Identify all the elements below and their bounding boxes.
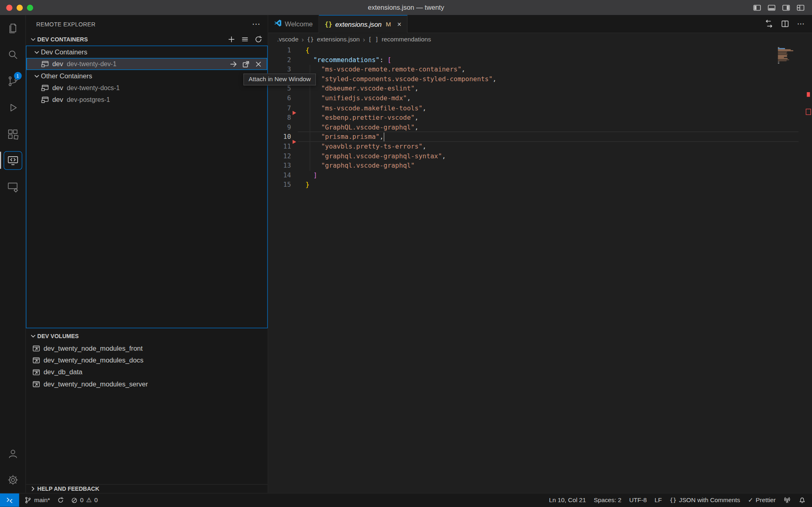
code-editor[interactable]: 123456789101112131415 { "recommendations…	[268, 45, 812, 493]
filter-button[interactable]	[241, 35, 249, 43]
notifications-status[interactable]	[799, 496, 806, 504]
breadcrumb-file[interactable]: extensions.json	[317, 36, 360, 43]
volume-item[interactable]: dev_twenty_node_modules_server	[26, 378, 268, 390]
indentation-status[interactable]: Spaces: 2	[594, 496, 621, 504]
encoding-status[interactable]: UTF-8	[629, 496, 647, 504]
minimize-window-button[interactable]	[17, 4, 23, 11]
titlebar: extensions.json — twenty	[0, 0, 812, 15]
code-line-11[interactable]: "yoavbls.pretty-ts-errors",	[306, 142, 812, 151]
vscode-logo-icon	[274, 19, 282, 28]
tree-item-dev-twenty-dev-1[interactable]: dev dev-twenty-dev-1	[26, 58, 267, 70]
section-dev-containers[interactable]: DEV CONTAINERS	[26, 33, 268, 46]
refresh-button[interactable]	[254, 35, 262, 43]
tree-item-description: dev-twenty-dev-1	[67, 60, 117, 68]
formatter-status[interactable]: ✓ Prettier	[748, 496, 776, 504]
minimap[interactable]	[778, 47, 803, 64]
close-tab-icon[interactable]: ×	[397, 20, 401, 28]
tree-item-dev-twenty-docs-1[interactable]: dev dev-twenty-docs-1	[26, 82, 267, 94]
activity-settings[interactable]	[0, 466, 26, 493]
volume-item[interactable]: dev_db_data	[26, 366, 268, 378]
code-line-12[interactable]: "graphql.vscode-graphql-syntax",	[306, 151, 812, 161]
git-branch-status[interactable]: main*	[24, 496, 50, 504]
tree-group-other-containers[interactable]: Other Containers	[26, 70, 267, 82]
activity-remote-explorer[interactable]	[0, 147, 26, 173]
code-line-9[interactable]: "GraphQL.vscode-graphql",	[306, 123, 812, 132]
editor-more-actions-icon[interactable]: ⋯	[797, 19, 805, 28]
tree-item-dev-postgres-1[interactable]: dev dev-postgres-1	[26, 94, 267, 106]
tree-group-dev-containers[interactable]: Dev Containers	[26, 46, 267, 58]
code-line-15[interactable]: }	[306, 180, 812, 190]
breadcrumb-symbol[interactable]: recommendations	[382, 36, 431, 43]
customize-layout-icon[interactable]	[797, 3, 805, 11]
editor-code[interactable]: { "recommendations": [ "ms-vscode-remote…	[297, 45, 812, 493]
toggle-secondary-sidebar-icon[interactable]	[782, 3, 790, 11]
volume-item[interactable]: dev_twenty_node_modules_docs	[26, 354, 268, 366]
tooltip-attach-in-new-window: Attach in New Window	[243, 73, 316, 85]
close-window-button[interactable]	[6, 4, 12, 11]
sync-status[interactable]	[57, 496, 64, 504]
activity-explorer[interactable]	[0, 15, 26, 41]
cursor-position-status[interactable]: Ln 10, Col 21	[549, 496, 586, 504]
search-icon	[6, 48, 19, 61]
add-container-button[interactable]	[227, 35, 235, 43]
dev-container-icon	[41, 95, 49, 104]
line-number: 5	[268, 84, 297, 94]
toggle-primary-sidebar-icon[interactable]	[753, 3, 761, 11]
attach-button[interactable]	[229, 60, 238, 68]
radio-tower-icon	[784, 496, 791, 504]
stop-container-button[interactable]	[254, 60, 262, 68]
activity-containers[interactable]	[0, 173, 26, 200]
line-number: 2	[268, 55, 297, 65]
section-help-feedback[interactable]: HELP AND FEEDBACK	[26, 484, 268, 493]
activity-run-debug[interactable]	[0, 94, 26, 121]
spaces: Spaces: 2	[594, 496, 621, 504]
code-line-6[interactable]: "unifiedjs.vscode-mdx",	[306, 94, 812, 104]
language-mode-status[interactable]: {} JSON with Comments	[669, 496, 740, 504]
sync-icon	[57, 496, 64, 504]
problems-status[interactable]: 0 ⚠ 0	[71, 496, 98, 504]
activity-extensions[interactable]	[0, 121, 26, 147]
code-line-14[interactable]: ]	[306, 171, 812, 181]
code-line-1[interactable]: {	[306, 45, 812, 55]
split-editor-icon[interactable]	[781, 19, 789, 28]
code-line-10[interactable]: "prisma.prisma",	[306, 132, 812, 142]
json-file-icon: {}	[325, 21, 332, 28]
settings-gear-icon	[6, 473, 19, 486]
volume-item[interactable]: dev_twenty_node_modules_front	[26, 342, 268, 354]
section-dev-volumes[interactable]: DEV VOLUMES	[26, 330, 268, 342]
chevron-down-icon	[29, 35, 37, 43]
code-line-8[interactable]: "esbenp.prettier-vscode",	[306, 113, 812, 123]
tree-item-label: dev	[52, 60, 63, 68]
sidebar-more-actions-icon[interactable]: ⋯	[252, 19, 261, 29]
activity-search[interactable]	[0, 41, 26, 68]
ports-status[interactable]	[784, 496, 791, 504]
breadcrumb-folder[interactable]: .vscode	[277, 36, 298, 43]
chevron-down-icon	[32, 48, 41, 56]
activity-account[interactable]	[0, 440, 26, 466]
bell-icon	[799, 496, 806, 504]
code-line-2[interactable]: "recommendations": [	[306, 55, 812, 65]
maximize-window-button[interactable]	[27, 4, 33, 11]
toggle-panel-icon[interactable]	[767, 3, 775, 11]
open-changes-icon[interactable]	[765, 19, 773, 28]
dev-containers-tree[interactable]: Dev Containers dev dev-twenty-dev-1	[26, 45, 268, 328]
editor-gutter[interactable]: 123456789101112131415	[268, 45, 297, 493]
overview-ruler-mark	[806, 109, 811, 115]
window-title: extensions.json — twenty	[0, 4, 812, 11]
attach-new-window-button[interactable]	[242, 60, 250, 68]
code-line-4[interactable]: "styled-components.vscode-styled-compone…	[306, 74, 812, 84]
chevron-down-icon	[29, 332, 37, 340]
remote-indicator[interactable]	[0, 494, 19, 507]
code-line-13[interactable]: "graphql.vscode-graphql"	[306, 161, 812, 171]
tab-extensions-json[interactable]: {} extensions.json M ×	[319, 15, 408, 33]
volume-icon	[32, 344, 40, 352]
volume-label: dev_db_data	[43, 368, 82, 376]
activity-source-control[interactable]: 1	[0, 68, 26, 94]
code-line-5[interactable]: "dbaeumer.vscode-eslint",	[306, 84, 812, 94]
code-line-7[interactable]: "ms-vscode.makefile-tools",	[306, 104, 812, 113]
volume-label: dev_twenty_node_modules_front	[43, 344, 143, 352]
eol-status[interactable]: LF	[654, 496, 662, 504]
code-line-3[interactable]: "ms-vscode-remote.remote-containers",	[306, 65, 812, 75]
tab-welcome[interactable]: Welcome	[268, 15, 319, 33]
line-number: 12	[268, 151, 297, 161]
